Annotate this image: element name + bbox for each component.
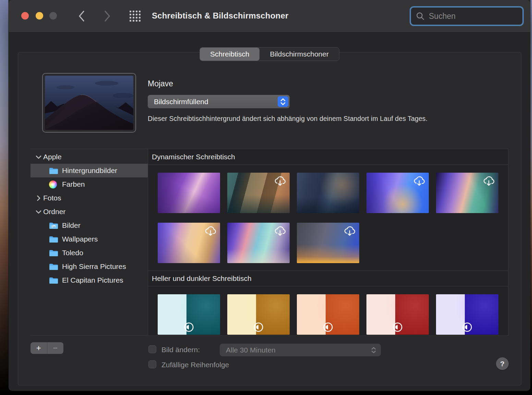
wallpaper-thumb-big-sur-graphic-road[interactable] xyxy=(366,173,429,213)
sidebar-item-high-sierra-pictures[interactable]: High Sierra Pictures xyxy=(31,260,148,273)
sidebar-item-bilder[interactable]: Bilder xyxy=(31,219,148,232)
tab-bildschirmschoner[interactable]: Bildschirmschoner xyxy=(259,48,339,61)
wallpaper-thumb-big-sur-graphic-lake[interactable] xyxy=(436,173,498,213)
show-all-grid-icon[interactable] xyxy=(129,10,141,22)
sidebar-item-hintergrundbilder[interactable]: Hintergrundbilder xyxy=(31,164,148,177)
chevron-down-icon[interactable] xyxy=(34,155,43,159)
light-dark-mode-icon xyxy=(323,322,334,333)
chevron-right-icon[interactable] xyxy=(34,195,43,201)
pictures-folder-icon xyxy=(49,222,59,229)
dynamic-thumbnail-row-2 xyxy=(148,223,508,263)
wallpaper-thumb-imac-purple[interactable] xyxy=(436,294,498,335)
wallpaper-thumb-imac-yellow[interactable] xyxy=(227,294,290,335)
wallpaper-thumb-catalina[interactable] xyxy=(297,173,359,213)
sidebar-group-apple[interactable]: Apple xyxy=(31,150,148,164)
cloud-download-icon xyxy=(342,225,357,237)
wallpaper-thumb-solar-gradients[interactable] xyxy=(297,223,359,263)
dynamic-thumbnail-row-1 xyxy=(148,173,508,213)
forward-button[interactable] xyxy=(99,8,115,24)
wallpaper-thumb-monterey[interactable] xyxy=(158,173,220,213)
wallpaper-thumb-imac-red[interactable] xyxy=(366,294,429,335)
window-title: Schreibtisch & Bildschirmschoner xyxy=(152,11,289,21)
wallpaper-thumb-the-beach[interactable] xyxy=(227,223,290,263)
wallpaper-thumb-big-sur-coast[interactable] xyxy=(227,173,290,213)
source-sidebar: Apple Hintergrundbilder Farben Fotos xyxy=(31,149,148,335)
search-field[interactable] xyxy=(410,6,524,26)
sidebar-item-toledo[interactable]: Toledo xyxy=(31,246,148,260)
chevron-down-icon[interactable] xyxy=(34,210,43,214)
wallpaper-thumb-imac-orange[interactable] xyxy=(297,294,359,335)
fill-mode-value: Bildschirmfüllend xyxy=(154,98,208,106)
wallpaper-thumb-imac-teal[interactable] xyxy=(158,294,220,335)
stepper-chevrons-icon xyxy=(371,347,376,353)
dynamic-wallpaper-description: Dieser Schreibtischhintergrund ändert si… xyxy=(148,115,427,123)
random-order-checkbox[interactable] xyxy=(148,360,156,368)
folder-icon xyxy=(49,249,59,257)
random-order-label: Zufällige Reihenfolge xyxy=(161,361,229,369)
tab-bar: Schreibtisch Bildschirmschoner xyxy=(200,47,339,61)
desktop-settings-panel: Mojave Bildschirmfüllend Dieser Schreibt… xyxy=(18,52,521,385)
mojave-preview-image xyxy=(45,76,133,130)
change-interval-value: Alle 30 Minuten xyxy=(226,346,276,354)
folder-icon xyxy=(49,263,59,270)
sidebar-group-fotos[interactable]: Fotos xyxy=(31,191,148,205)
close-button[interactable] xyxy=(21,12,29,20)
sidebar-group-ordner[interactable]: Ordner xyxy=(31,205,148,219)
sidebar-item-wallpapers[interactable]: Wallpapers xyxy=(31,232,148,246)
light-dark-mode-icon xyxy=(253,322,264,333)
light-dark-thumbnail-row xyxy=(148,294,508,335)
cloud-download-icon xyxy=(273,175,287,187)
wallpaper-name: Mojave xyxy=(148,79,173,88)
zoom-button-disabled xyxy=(49,12,57,20)
change-picture-checkbox[interactable] xyxy=(148,345,156,353)
source-and-wallpaper-area: Apple Hintergrundbilder Farben Fotos xyxy=(31,149,508,336)
tab-schreibtisch[interactable]: Schreibtisch xyxy=(200,48,259,61)
sidebar-item-el-capitan-pictures[interactable]: El Capitan Pictures xyxy=(31,273,148,287)
folder-icon xyxy=(49,167,59,174)
remove-folder-button[interactable]: − xyxy=(47,342,64,354)
light-dark-mode-icon xyxy=(462,322,473,333)
change-picture-label: Bild ändern: xyxy=(161,346,200,354)
change-interval-select[interactable]: Alle 30 Minuten xyxy=(220,344,381,356)
cloud-download-icon xyxy=(482,175,496,187)
light-dark-mode-icon xyxy=(392,322,403,333)
folder-icon xyxy=(49,236,59,243)
fill-mode-select[interactable]: Bildschirmfüllend xyxy=(148,95,290,108)
back-button[interactable] xyxy=(74,8,89,24)
current-wallpaper-preview xyxy=(42,73,136,133)
cloud-download-icon xyxy=(203,225,218,237)
light-dark-mode-icon xyxy=(183,322,194,333)
color-wheel-icon xyxy=(49,181,59,188)
add-folder-button[interactable]: + xyxy=(31,342,47,354)
cloud-download-icon xyxy=(412,175,426,187)
minimize-button[interactable] xyxy=(36,12,43,20)
section-header-light-dark: Heller und dunkler Schreibtisch xyxy=(148,271,508,286)
add-remove-segmented-control: + − xyxy=(31,342,63,354)
help-button[interactable]: ? xyxy=(496,357,509,370)
wallpaper-pane: Dynamischer Schreibtisch xyxy=(148,149,508,335)
title-bar[interactable]: Schreibtisch & Bildschirmschoner xyxy=(9,0,530,33)
section-header-dynamic: Dynamischer Schreibtisch xyxy=(148,149,508,165)
search-input[interactable] xyxy=(429,12,518,21)
search-icon xyxy=(416,12,425,21)
folder-icon xyxy=(49,277,59,284)
sidebar-item-farben[interactable]: Farben xyxy=(31,177,148,191)
cloud-download-icon xyxy=(273,225,287,237)
stepper-chevrons-icon xyxy=(278,96,288,107)
wallpaper-thumb-the-desert[interactable] xyxy=(158,223,220,263)
preferences-window: Schreibtisch & Bildschirmschoner Schreib… xyxy=(9,0,530,391)
